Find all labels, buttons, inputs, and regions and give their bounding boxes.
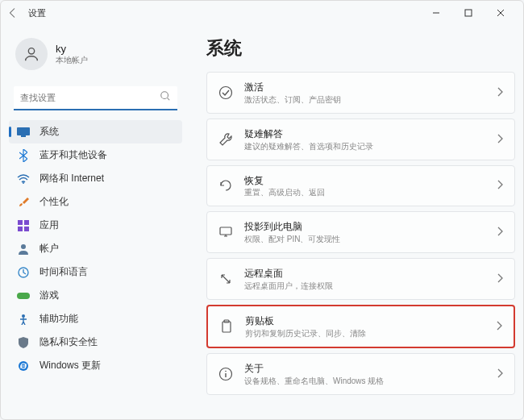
maximize-button[interactable] <box>452 2 484 24</box>
nav-item-privacy[interactable]: 隐私和安全性 <box>9 331 182 354</box>
svg-rect-18 <box>220 227 231 235</box>
project-icon <box>218 225 233 239</box>
bluetooth-icon <box>17 149 30 162</box>
search-box[interactable] <box>14 86 177 110</box>
account-block[interactable]: ky 本地帐户 <box>9 31 182 81</box>
nav-item-label: 游戏 <box>40 289 59 302</box>
nav-item-bluetooth[interactable]: 蓝牙和其他设备 <box>9 143 182 167</box>
nav-item-access[interactable]: 辅助功能 <box>9 307 182 331</box>
clipboard-icon <box>219 319 234 334</box>
card-sub: 远程桌面用户，连接权限 <box>244 281 485 291</box>
info-icon <box>218 367 233 381</box>
nav-item-apps[interactable]: 应用 <box>9 214 182 237</box>
svg-point-3 <box>161 92 168 99</box>
nav-item-label: 辅助功能 <box>40 312 78 326</box>
close-button[interactable] <box>484 2 517 24</box>
remote-icon <box>218 272 233 286</box>
nav-item-brush[interactable]: 个性化 <box>9 190 182 214</box>
main-panel: 系统 激活激活状态、订阅、产品密钥疑难解答建议的疑难解答、首选项和历史记录恢复重… <box>190 25 523 419</box>
brush-icon <box>17 196 30 209</box>
apps-icon <box>17 219 30 232</box>
card-title: 疑难解答 <box>244 127 485 141</box>
card-title: 关于 <box>244 362 485 376</box>
svg-point-22 <box>225 370 227 372</box>
card-sub: 重置、高级启动、返回 <box>244 187 485 198</box>
avatar <box>15 38 48 70</box>
back-icon[interactable] <box>7 7 19 19</box>
card-sub: 设备规格、重命名电脑、Windows 规格 <box>244 376 485 386</box>
nav-item-game[interactable]: 游戏 <box>9 284 182 307</box>
game-icon <box>17 289 30 302</box>
recover-icon <box>218 178 233 193</box>
settings-card-remote[interactable]: 远程桌面远程桌面用户，连接权限 <box>206 258 515 300</box>
svg-rect-6 <box>21 135 26 137</box>
svg-rect-19 <box>222 322 231 332</box>
chevron-right-icon <box>497 225 503 239</box>
card-sub: 权限、配对 PIN、可发现性 <box>244 234 485 244</box>
titlebar: 设置 <box>1 1 523 25</box>
nav-item-label: 网络和 Internet <box>40 172 104 185</box>
clock-icon <box>17 266 30 279</box>
chevron-right-icon <box>497 367 503 381</box>
svg-line-4 <box>168 98 170 101</box>
nav-item-clock[interactable]: 时间和语言 <box>9 260 182 284</box>
chevron-right-icon <box>496 319 502 334</box>
nav-item-user[interactable]: 帐户 <box>9 237 182 260</box>
card-sub: 剪切和复制历史记录、同步、清除 <box>245 328 484 339</box>
nav-item-label: Windows 更新 <box>40 359 101 372</box>
page-title: 系统 <box>206 36 515 60</box>
card-title: 恢复 <box>244 174 485 188</box>
card-sub: 建议的疑难解答、首选项和历史记录 <box>244 141 485 152</box>
wifi-icon <box>17 173 30 185</box>
settings-card-wrench[interactable]: 疑难解答建议的疑难解答、首选项和历史记录 <box>206 119 515 160</box>
account-name: ky <box>56 43 88 55</box>
settings-card-info[interactable]: 关于设备规格、重命名电脑、Windows 规格 <box>206 353 515 395</box>
nav-item-system[interactable]: 系统 <box>9 120 182 143</box>
card-title: 投影到此电脑 <box>244 220 485 234</box>
nav-item-label: 隐私和安全性 <box>40 335 98 349</box>
nav-item-label: 帐户 <box>40 242 59 256</box>
search-input[interactable] <box>14 86 177 109</box>
svg-point-2 <box>28 48 34 54</box>
nav-item-label: 时间和语言 <box>40 265 88 279</box>
svg-rect-5 <box>17 127 30 135</box>
check-icon <box>218 85 233 100</box>
svg-point-17 <box>220 86 232 98</box>
card-title: 远程桌面 <box>244 267 485 281</box>
account-sub: 本地帐户 <box>56 55 88 66</box>
svg-rect-14 <box>17 293 30 299</box>
window-title: 设置 <box>28 7 46 19</box>
chevron-right-icon <box>497 85 503 100</box>
card-title: 剪贴板 <box>245 314 484 328</box>
update-icon <box>17 360 30 372</box>
wrench-icon <box>218 132 233 147</box>
sidebar: ky 本地帐户 系统蓝牙和其他设备网络和 Internet个性化应用帐户时间和语… <box>1 25 190 419</box>
nav-item-wifi[interactable]: 网络和 Internet <box>9 167 182 190</box>
svg-rect-11 <box>24 227 29 231</box>
svg-rect-1 <box>465 10 472 16</box>
svg-point-15 <box>22 314 25 318</box>
svg-rect-10 <box>18 227 23 231</box>
nav-item-label: 个性化 <box>40 195 69 209</box>
nav-item-update[interactable]: Windows 更新 <box>9 354 182 377</box>
minimize-button[interactable] <box>420 2 452 24</box>
privacy-icon <box>17 336 30 349</box>
svg-rect-8 <box>18 220 23 225</box>
access-icon <box>17 313 30 326</box>
nav-item-label: 系统 <box>40 125 59 139</box>
chevron-right-icon <box>497 272 503 286</box>
svg-rect-9 <box>24 220 29 225</box>
nav-item-label: 应用 <box>40 218 59 232</box>
settings-card-clipboard[interactable]: 剪贴板剪切和复制历史记录、同步、清除 <box>206 305 515 348</box>
search-icon <box>160 90 171 105</box>
svg-point-7 <box>23 182 24 184</box>
user-icon <box>17 243 30 256</box>
nav-item-label: 蓝牙和其他设备 <box>40 148 107 162</box>
card-sub: 激活状态、订阅、产品密钥 <box>244 94 485 105</box>
chevron-right-icon <box>497 132 503 147</box>
card-title: 激活 <box>244 81 485 94</box>
svg-point-12 <box>21 244 26 249</box>
settings-card-recover[interactable]: 恢复重置、高级启动、返回 <box>206 165 515 207</box>
settings-card-project[interactable]: 投影到此电脑权限、配对 PIN、可发现性 <box>206 211 515 253</box>
settings-card-check[interactable]: 激活激活状态、订阅、产品密钥 <box>206 72 515 114</box>
